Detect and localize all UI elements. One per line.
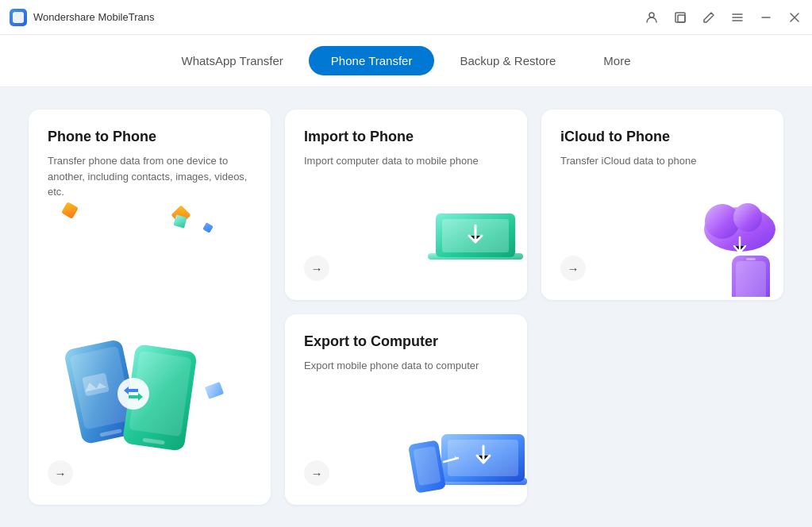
deco-orange-sq	[61, 202, 79, 219]
card-icloud-desc: Transfer iCloud data to phone	[560, 153, 764, 169]
svg-rect-2	[678, 15, 685, 22]
tab-phone[interactable]: Phone Transfer	[309, 46, 435, 75]
svg-rect-18	[736, 261, 766, 297]
menu-icon[interactable]	[729, 10, 745, 25]
tab-backup[interactable]: Backup & Restore	[437, 46, 578, 75]
close-icon[interactable]	[787, 10, 802, 25]
tab-more[interactable]: More	[581, 46, 652, 75]
svg-point-0	[649, 13, 654, 17]
card-export-title: Export to Computer	[304, 333, 508, 350]
window-icon[interactable]	[672, 10, 688, 25]
card-phone-to-phone-arrow[interactable]: →	[48, 460, 73, 486]
navbar: WhatsApp Transfer Phone Transfer Backup …	[0, 35, 812, 87]
card-import-arrow[interactable]: →	[304, 256, 329, 281]
export-illustration	[408, 402, 527, 505]
deco-blue-rect	[205, 382, 224, 399]
deco-teal-sq	[173, 214, 187, 228]
card-export-to-computer[interactable]: Export to Computer Export mobile phone d…	[285, 314, 527, 505]
card-import-title: Import to Phone	[304, 129, 508, 145]
deco-small-blue	[202, 222, 214, 233]
icloud-illustration	[668, 194, 783, 300]
account-icon[interactable]	[644, 10, 660, 25]
card-icloud-title: iCloud to Phone	[560, 129, 764, 145]
card-icloud-to-phone[interactable]: iCloud to Phone Transfer iCloud data to …	[541, 110, 783, 300]
tab-whatsapp[interactable]: WhatsApp Transfer	[159, 46, 305, 75]
svg-point-16	[733, 203, 762, 232]
window-controls	[644, 10, 802, 25]
svg-rect-20	[746, 258, 756, 260]
card-icloud-arrow[interactable]: →	[560, 256, 586, 281]
card-import-desc: Import computer data to mobile phone	[304, 153, 508, 169]
card-import-to-phone[interactable]: Import to Phone Import computer data to …	[285, 110, 527, 300]
card-export-desc: Export mobile phone data to computer	[304, 358, 508, 374]
card-phone-to-phone-title: Phone to Phone	[48, 129, 252, 145]
titlebar: Wondershare MobileTrans	[0, 0, 812, 35]
main-content: Phone to Phone Transfer phone data from …	[0, 87, 812, 527]
card-phone-to-phone[interactable]: Phone to Phone Transfer phone data from …	[29, 110, 271, 505]
app-name: Wondershare MobileTrans	[33, 11, 644, 23]
app-logo	[10, 9, 27, 26]
edit-icon[interactable]	[701, 10, 717, 25]
card-phone-to-phone-desc: Transfer phone data from one device to a…	[48, 153, 252, 200]
svg-rect-1	[675, 13, 685, 22]
transfer-arrows	[117, 378, 149, 413]
card-export-arrow[interactable]: →	[304, 460, 329, 486]
import-illustration	[412, 198, 527, 300]
svg-rect-10	[117, 378, 149, 410]
minimize-icon[interactable]	[758, 10, 774, 25]
